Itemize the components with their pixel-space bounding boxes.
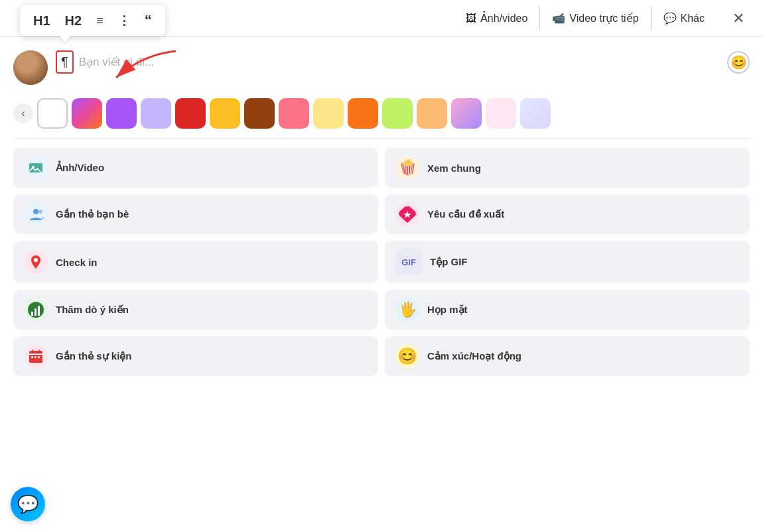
bg-swatch-gradient1[interactable] (72, 98, 102, 129)
action-watch-button[interactable]: 🍿 Xem chung (385, 148, 750, 188)
action-poll-label: Thăm dò ý kiến (56, 304, 129, 316)
action-meeting-button[interactable]: 🖐 Họp mặt (385, 290, 750, 330)
action-tag-button[interactable]: Gắn thẻ bạn bè (13, 194, 378, 234)
action-meeting-label: Họp mặt (427, 304, 468, 316)
user-row: ¶ Bạn viết gì đi... 😊 (13, 37, 750, 92)
bg-swatch-lightyellow[interactable] (313, 98, 344, 129)
messenger-icon: 💬 (17, 494, 38, 515)
input-area: ¶ Bạn viết gì đi... 😊 (56, 50, 750, 74)
tab-live[interactable]: 📹 Video trực tiếp (539, 7, 650, 30)
action-event-button[interactable]: Gắn thẻ sự kiện (13, 336, 378, 376)
action-feeling-label: Cảm xúc/Hoạt động (427, 350, 521, 362)
bg-swatch-lightpink[interactable] (486, 98, 516, 129)
action-event-label: Gắn thẻ sự kiện (56, 350, 132, 362)
svg-point-4 (38, 210, 42, 214)
event-action-icon (24, 344, 48, 368)
svg-rect-12 (29, 354, 42, 355)
bg-swatch-white[interactable] (37, 98, 68, 129)
tab-other[interactable]: 💬 Khác (651, 7, 717, 30)
bg-swatch-red[interactable] (175, 98, 206, 129)
bg-swatch-purple[interactable] (106, 98, 137, 129)
bg-swatch-orange[interactable] (348, 98, 378, 129)
bg-swatch-lime[interactable] (382, 98, 413, 129)
bg-swatch-yellow[interactable] (210, 98, 240, 129)
svg-point-6 (34, 258, 38, 262)
action-recommend-button[interactable]: Yêu cầu đề xuất (385, 194, 750, 234)
svg-rect-9 (35, 308, 36, 316)
svg-rect-15 (31, 356, 33, 358)
paragraph-icon: ¶ (61, 54, 68, 69)
svg-rect-1 (29, 163, 42, 172)
chat-icon: 💬 (663, 12, 677, 25)
format-quote-button[interactable]: “ (142, 11, 155, 31)
action-gif-label: Tệp GIF (430, 256, 468, 268)
gif-action-icon: GIF (395, 249, 422, 275)
messenger-button[interactable]: 💬 (11, 487, 45, 521)
toolbar-tabs: 🖼 Ảnh/video 📹 Video trực tiếp 💬 Khác ✕ (454, 7, 750, 30)
bg-swatch-brown[interactable] (244, 98, 275, 129)
actions-grid: Ảnh/Video 🍿 Xem chung Gắn thẻ bạn bè (13, 139, 750, 385)
bg-swatch-gradient2[interactable] (451, 98, 482, 129)
action-poll-button[interactable]: Thăm dò ý kiến (13, 290, 378, 330)
format-tooltip: H1 H2 ≡ ⋮ “ (20, 5, 165, 36)
close-button[interactable]: ✕ (727, 7, 750, 30)
feeling-action-icon: 😊 (395, 344, 419, 368)
tab-live-label: Video trực tiếp (569, 12, 638, 25)
checkin-action-icon (24, 250, 48, 274)
format-h2-button[interactable]: H2 (62, 12, 85, 30)
avatar-image (13, 50, 48, 85)
svg-rect-8 (31, 312, 33, 316)
svg-rect-17 (38, 356, 40, 358)
tag-action-icon (24, 202, 48, 226)
poll-action-icon (24, 298, 48, 322)
emoji-button[interactable]: 😊 (727, 51, 750, 74)
tab-photo[interactable]: 🖼 Ảnh/video (454, 7, 540, 30)
recommend-action-icon (395, 202, 419, 226)
format-h1-button[interactable]: H1 (31, 12, 53, 30)
action-checkin-label: Check in (56, 257, 98, 268)
action-gif-button[interactable]: GIF Tệp GIF (385, 241, 750, 283)
bg-swatch-peach[interactable] (417, 98, 447, 129)
action-recommend-label: Yêu cầu đề xuất (427, 208, 504, 220)
tab-other-label: Khác (681, 13, 705, 25)
photo-icon: 🖼 (466, 13, 476, 25)
svg-point-3 (33, 209, 38, 214)
action-feeling-button[interactable]: 😊 Cảm xúc/Hoạt động (385, 336, 750, 376)
svg-rect-10 (38, 306, 40, 316)
action-tag-label: Gắn thẻ bạn bè (56, 208, 129, 220)
meeting-action-icon: 🖐 (395, 298, 419, 322)
action-watch-label: Xem chung (427, 163, 481, 174)
svg-rect-14 (38, 350, 40, 352)
avatar (13, 50, 48, 85)
format-ol-button[interactable]: ⋮ (115, 12, 133, 29)
paragraph-icon-wrapper[interactable]: ¶ (56, 50, 74, 74)
bg-prev-button[interactable]: ‹ (13, 103, 33, 123)
video-icon: 📹 (552, 12, 565, 25)
bg-swatch-lavender[interactable] (141, 98, 171, 129)
watch-action-icon: 🍿 (395, 156, 419, 180)
action-photo-label: Ảnh/Video (56, 162, 104, 174)
photo-action-icon (24, 156, 48, 180)
tab-photo-label: Ảnh/video (480, 12, 528, 25)
action-checkin-button[interactable]: Check in (13, 241, 378, 283)
svg-rect-13 (32, 350, 33, 352)
post-text-input[interactable]: Bạn viết gì đi... (79, 55, 155, 69)
bg-swatch-gradient3[interactable] (520, 98, 551, 129)
bg-color-picker: ‹ (13, 92, 750, 139)
bg-swatch-pink[interactable] (279, 98, 309, 129)
main-content: ¶ Bạn viết gì đi... 😊 ‹ (0, 37, 763, 385)
svg-rect-16 (35, 356, 36, 358)
action-photo-button[interactable]: Ảnh/Video (13, 148, 378, 188)
format-ul-button[interactable]: ≡ (94, 13, 106, 29)
